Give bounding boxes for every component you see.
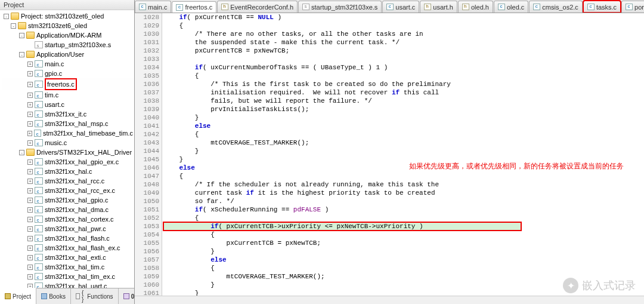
- expand-toggle[interactable]: +: [27, 226, 33, 232]
- expand-toggle[interactable]: +: [27, 188, 33, 194]
- expand-toggle[interactable]: +: [27, 198, 33, 203]
- code-line[interactable]: initialisation required. We will not rec…: [163, 88, 644, 97]
- tree-item[interactable]: +stm32f1xx_hal_gpio_ex.c: [2, 157, 134, 167]
- code-line[interactable]: /* This is the first task to be created …: [163, 80, 644, 88]
- code-line[interactable]: fails, but we will report the failure. *…: [163, 97, 644, 105]
- editor-tab[interactable]: startup_stm32f103xe.s: [298, 1, 382, 13]
- tab-books[interactable]: Books: [36, 288, 71, 304]
- code-line[interactable]: {: [163, 72, 644, 80]
- tree-item[interactable]: startup_stm32f103xe.s: [2, 40, 134, 50]
- code-line[interactable]: {: [163, 130, 644, 139]
- tree-item[interactable]: -Application/MDK-ARM: [2, 30, 134, 40]
- editor-tab[interactable]: freertos.c: [172, 1, 216, 13]
- expand-toggle[interactable]: +: [27, 255, 33, 260]
- code-line[interactable]: if( pxCurrentTCB == NULL ): [163, 13, 644, 22]
- expand-toggle[interactable]: +: [27, 274, 33, 280]
- editor-tab[interactable]: usart.h: [420, 1, 457, 13]
- tree-item[interactable]: +stm32f1xx_hal_uart.c: [2, 281, 134, 288]
- tree-item[interactable]: +tim.c: [2, 90, 134, 100]
- tree-item[interactable]: -stm32f103zet6_oled: [2, 21, 134, 30]
- tree-item[interactable]: +stm32f1xx_hal_cortex.c: [2, 214, 134, 224]
- expand-toggle[interactable]: +: [27, 112, 33, 117]
- code-line[interactable]: if( uxCurrentNumberOfTasks == ( UBaseTyp…: [163, 63, 644, 72]
- expand-toggle[interactable]: -: [19, 150, 24, 155]
- tree-item[interactable]: +stm32f1xx_hal_timebase_tim.c: [2, 128, 134, 138]
- code-line[interactable]: if( pxCurrentTCB->uxPriority <= pxNewTCB…: [163, 222, 644, 231]
- code-line[interactable]: /* There are no other tasks, or all the …: [163, 30, 644, 38]
- code-line[interactable]: {: [163, 22, 644, 30]
- tree-item[interactable]: +stm32f1xx_hal_tim_ex.c: [2, 272, 134, 281]
- expand-toggle[interactable]: +: [27, 236, 33, 241]
- expand-toggle[interactable]: +: [27, 169, 33, 174]
- expand-toggle[interactable]: +: [27, 159, 33, 165]
- code-line[interactable]: pxCurrentTCB = pxNewTCB;: [163, 239, 644, 247]
- tree-item[interactable]: +stm32f1xx_hal_exti.c: [2, 253, 134, 262]
- code-line[interactable]: prvInitialiseTaskLists();: [163, 105, 644, 113]
- tree-item[interactable]: +gpio.c: [2, 69, 134, 78]
- tree-item[interactable]: +stm32f1xx_it.c: [2, 109, 134, 119]
- expand-toggle[interactable]: +: [27, 217, 33, 222]
- expand-toggle[interactable]: +: [27, 207, 33, 213]
- tree-item[interactable]: +music.c: [2, 138, 134, 148]
- tree-item[interactable]: +stm32f1xx_hal_rcc.c: [2, 176, 134, 186]
- code-line[interactable]: so far. */: [163, 197, 644, 205]
- expand-toggle[interactable]: +: [27, 121, 33, 127]
- tree-item[interactable]: +stm32f1xx_hal_pwr.c: [2, 224, 134, 234]
- expand-toggle[interactable]: -: [19, 33, 24, 38]
- tree-item[interactable]: +stm32f1xx_hal_tim.c: [2, 262, 134, 272]
- editor-tab[interactable]: port.c: [621, 1, 644, 13]
- expand-toggle[interactable]: -: [11, 23, 16, 29]
- tree-item[interactable]: +stm32f1xx_hal_flash.c: [2, 234, 134, 243]
- expand-toggle[interactable]: +: [27, 71, 33, 76]
- tree-item[interactable]: +stm32f1xx_hal_flash_ex.c: [2, 243, 134, 253]
- expand-toggle[interactable]: +: [27, 265, 33, 270]
- code-line[interactable]: {: [163, 214, 644, 222]
- tree-item[interactable]: -Application/User: [2, 50, 134, 59]
- code-line[interactable]: }: [163, 113, 644, 122]
- expand-toggle[interactable]: +: [27, 82, 33, 87]
- expand-toggle[interactable]: -: [4, 14, 9, 19]
- tab-functions[interactable]: { } Functions: [71, 288, 119, 304]
- editor-tab[interactable]: EventRecorderConf.h: [217, 1, 298, 13]
- code-line[interactable]: else: [163, 256, 644, 264]
- project-root[interactable]: - Project: stm32f103zet6_oled: [2, 11, 134, 21]
- tree-item[interactable]: +usart.c: [2, 100, 134, 109]
- code-line[interactable]: current task if it is the highest priori…: [163, 189, 644, 197]
- code-line[interactable]: {: [163, 264, 644, 272]
- code-area[interactable]: 1028102910301031103210331034103510361037…: [135, 13, 644, 304]
- code-line[interactable]: /* If the scheduler is not already runni…: [163, 180, 644, 189]
- tree-item[interactable]: +stm32f1xx_hal.c: [2, 167, 134, 176]
- expand-toggle[interactable]: +: [27, 102, 33, 108]
- editor-tab[interactable]: main.c: [135, 1, 171, 13]
- code-line[interactable]: [163, 55, 644, 63]
- expand-toggle[interactable]: +: [27, 62, 33, 67]
- editor-tab[interactable]: oled.c: [494, 1, 528, 13]
- code-line[interactable]: else: [163, 122, 644, 130]
- editor-tab[interactable]: oled.h: [458, 1, 493, 13]
- tree-item[interactable]: +stm32f1xx_hal_gpio.c: [2, 195, 134, 205]
- tree-item[interactable]: +freertos.c: [2, 78, 134, 90]
- code-line[interactable]: the suspended state - make this the curr…: [163, 38, 644, 47]
- tree-item[interactable]: +main.c: [2, 59, 134, 69]
- code-line[interactable]: }: [163, 147, 644, 155]
- code-line[interactable]: {: [163, 231, 644, 239]
- project-tree[interactable]: - Project: stm32f103zet6_oled -stm32f103…: [0, 10, 134, 288]
- tree-item[interactable]: +stm32f1xx_hal_rcc_ex.c: [2, 186, 134, 195]
- tree-item[interactable]: -Drivers/STM32F1xx_HAL_Driver: [2, 148, 134, 157]
- code-line[interactable]: mtCOVERAGE_TEST_MARKER();: [163, 139, 644, 147]
- tab-project[interactable]: Project: [0, 288, 36, 304]
- code-line[interactable]: pxCurrentTCB = pxNewTCB;: [163, 47, 644, 55]
- code-line[interactable]: }: [163, 247, 644, 256]
- code-content[interactable]: if( pxCurrentTCB == NULL ) { /* There ar…: [162, 13, 644, 304]
- expand-toggle[interactable]: +: [27, 140, 33, 146]
- expand-toggle[interactable]: +: [27, 131, 32, 136]
- editor-tab[interactable]: cmsis_os2.c: [529, 1, 583, 13]
- tree-item[interactable]: +stm32f1xx_hal_dma.c: [2, 205, 134, 214]
- expand-toggle[interactable]: +: [27, 93, 33, 98]
- horizontal-scrollbar[interactable]: [135, 296, 644, 304]
- editor-tab[interactable]: usart.c: [382, 1, 419, 13]
- code-line[interactable]: if( xSchedulerRunning == pdFALSE ): [163, 205, 644, 214]
- code-line[interactable]: {: [163, 172, 644, 180]
- expand-toggle[interactable]: +: [27, 179, 33, 184]
- expand-toggle[interactable]: +: [27, 284, 33, 288]
